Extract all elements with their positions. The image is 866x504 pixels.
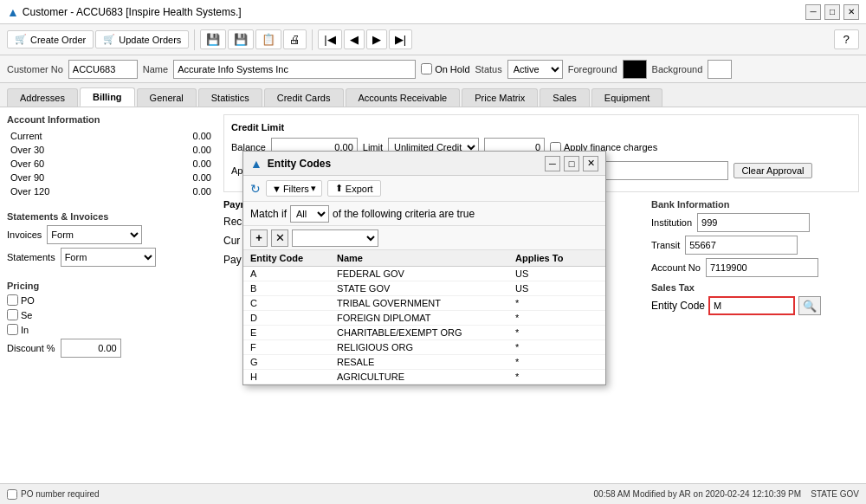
filters-button[interactable]: ▼ Filters ▾ [266, 180, 322, 197]
customer-no-input[interactable] [68, 60, 138, 79]
table-row[interactable]: E CHARITABLE/EXEMPT ORG * [243, 326, 605, 340]
prev-button[interactable]: ◀ [344, 29, 365, 49]
modal-table-header: Entity Code Name Applies To [243, 250, 605, 267]
tab-equipment[interactable]: Equipment [591, 88, 663, 107]
filter-clear-button[interactable]: ✕ [271, 229, 288, 247]
background-color-picker[interactable] [708, 60, 732, 79]
status-select[interactable]: Active Inactive [507, 60, 563, 79]
name-label: Name [143, 64, 168, 74]
next-button[interactable]: ▶ [366, 29, 387, 49]
save-as-button[interactable]: 💾 [228, 29, 254, 49]
title-bar: ▲ Customer - ACCU683 [Inspire Health Sys… [0, 0, 866, 24]
status-right: 00:58 AM Modified by AR on 2020-02-24 12… [594, 489, 859, 499]
close-button[interactable]: ✕ [843, 4, 859, 20]
cart-icon: 🛒 [15, 34, 27, 45]
modal-close-button[interactable]: ✕ [583, 156, 598, 171]
tab-addresses[interactable]: Addresses [7, 88, 78, 107]
save-copy-button[interactable]: 📋 [255, 29, 281, 49]
col-name: Name [337, 253, 515, 263]
table-row[interactable]: C TRIBAL GOVERNMENT * [243, 296, 605, 311]
window-controls: ─ □ ✕ [805, 4, 859, 20]
maximize-button[interactable]: □ [824, 4, 840, 20]
modal-filter-bar: Match if All Any of the following criter… [243, 202, 605, 226]
create-order-button[interactable]: 🛒 Create Order [7, 30, 94, 48]
table-row[interactable]: H AGRICULTURE * [243, 370, 605, 384]
tab-bar: Addresses Billing General Statistics Cre… [0, 83, 866, 107]
main-toolbar: 🛒 Create Order 🛒 Update Orders 💾 💾 📋 🖨 |… [0, 24, 866, 55]
customer-name-input[interactable] [173, 60, 416, 79]
modal-title-icon: ▲ [250, 157, 262, 171]
criteria-label: of the following criteria are true [333, 208, 475, 220]
foreground-color-picker[interactable] [623, 60, 647, 79]
on-hold-checkbox[interactable] [421, 63, 432, 74]
tab-sales[interactable]: Sales [540, 88, 590, 107]
tab-statistics[interactable]: Statistics [198, 88, 262, 107]
toolbar-separator [194, 29, 195, 50]
toolbar-separator-2 [312, 29, 313, 50]
save-button[interactable]: 💾 [200, 29, 226, 49]
modal-toolbar: ↻ ▼ Filters ▾ ⬆ Export [243, 176, 605, 202]
table-row[interactable]: B STATE GOV US [243, 281, 605, 296]
table-row[interactable]: F RELIGIOUS ORG * [243, 340, 605, 355]
status-label: Status [475, 64, 502, 74]
tab-billing[interactable]: Billing [80, 87, 135, 107]
update-orders-button[interactable]: 🛒 Update Orders [95, 30, 189, 48]
table-row[interactable]: A FEDERAL GOV US [243, 267, 605, 281]
match-select[interactable]: All Any [290, 205, 329, 223]
modal-title: Entity Codes [268, 158, 541, 170]
minimize-button[interactable]: ─ [805, 4, 821, 20]
modal-table-body: A FEDERAL GOV US B STATE GOV US C TRIBAL… [243, 267, 605, 384]
tab-credit-cards[interactable]: Credit Cards [264, 88, 344, 107]
background-label: Background [652, 64, 703, 74]
customer-info-bar: Customer No Name On Hold Status Active I… [0, 55, 866, 83]
table-row[interactable]: G RESALE * [243, 355, 605, 370]
filter-add-row: + ✕ [243, 226, 605, 250]
state-gov-text: STATE GOV [811, 489, 859, 499]
entity-codes-modal: ▲ Entity Codes ─ □ ✕ ↻ ▼ Filters ▾ ⬆ Exp… [242, 151, 606, 385]
status-left: PO number required [7, 489, 100, 500]
modal-minimize-button[interactable]: ─ [545, 156, 560, 171]
modal-maximize-button[interactable]: □ [564, 156, 579, 171]
filter-icon: ▼ [272, 184, 281, 194]
col-entity-code: Entity Code [250, 253, 337, 263]
help-button[interactable]: ? [834, 29, 859, 49]
status-po-checkbox[interactable] [7, 489, 17, 500]
foreground-label: Foreground [568, 64, 617, 74]
tab-accounts-receivable[interactable]: Accounts Receivable [346, 88, 461, 107]
modified-text: 00:58 AM Modified by AR on 2020-02-24 12… [594, 489, 802, 499]
match-if-label: Match if [250, 208, 287, 220]
po-required-status: PO number required [21, 489, 100, 499]
window-title: Customer - ACCU683 [Inspire Health Syste… [23, 6, 242, 18]
status-bar: PO number required 00:58 AM Modified by … [0, 483, 866, 504]
refresh-icon[interactable]: ↻ [250, 182, 261, 196]
last-button[interactable]: ▶| [389, 29, 412, 49]
tab-general[interactable]: General [137, 88, 197, 107]
filter-column-select[interactable] [292, 229, 378, 247]
app-icon: ▲ [7, 5, 19, 19]
on-hold-checkbox-label: On Hold [421, 63, 469, 74]
first-button[interactable]: |◀ [318, 29, 341, 49]
filter-add-button[interactable]: + [250, 229, 268, 247]
tab-price-matrix[interactable]: Price Matrix [462, 88, 538, 107]
modal-title-bar: ▲ Entity Codes ─ □ ✕ [243, 152, 605, 176]
export-icon: ⬆ [335, 183, 343, 194]
table-row[interactable]: D FOREIGN DIPLOMAT * [243, 311, 605, 326]
modal-overlay: ▲ Entity Codes ─ □ ✕ ↻ ▼ Filters ▾ ⬆ Exp… [0, 107, 866, 483]
print-button[interactable]: 🖨 [283, 29, 307, 49]
main-content: Account Information Current 0.00 Over 30… [0, 107, 866, 483]
col-applies-to: Applies To [515, 253, 585, 263]
update-cart-icon: 🛒 [103, 34, 115, 45]
export-button[interactable]: ⬆ Export [327, 180, 381, 197]
customer-no-label: Customer No [7, 64, 63, 74]
